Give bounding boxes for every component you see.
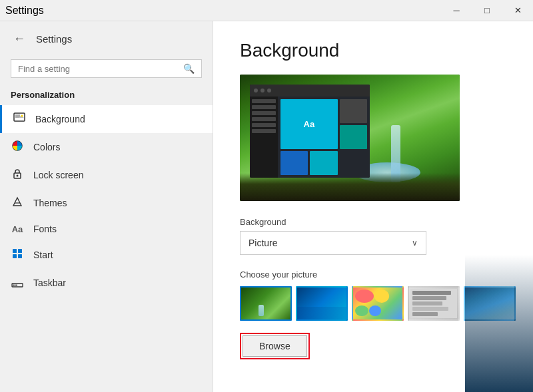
sidebar-app-title: Settings	[36, 33, 72, 45]
background-icon	[13, 112, 26, 126]
search-icon: 🔍	[183, 63, 195, 74]
picture-thumb-1[interactable]	[240, 286, 292, 321]
sidebar-item-colors[interactable]: Colors	[0, 133, 213, 161]
thumb4-line1	[412, 291, 451, 295]
main-container: ← Settings 🔍 Personalization Background …	[0, 21, 533, 392]
mockup-line-6	[252, 129, 276, 133]
picture-thumb-2[interactable]	[296, 286, 348, 321]
thumb4-line5	[412, 312, 438, 316]
search-box[interactable]: 🔍	[11, 59, 202, 78]
titlebar: Settings ─ □ ✕	[0, 0, 533, 21]
picture-thumb-5[interactable]	[464, 286, 516, 321]
mockup-line-3	[252, 111, 276, 115]
browse-button[interactable]: Browse	[243, 335, 307, 357]
svg-rect-11	[18, 254, 22, 258]
sidebar-nav-top: ← Settings	[0, 21, 213, 57]
mockup-dot-3	[267, 89, 271, 93]
start-icon	[11, 248, 24, 262]
taskbar-icon	[11, 276, 24, 290]
thumb5-bottom	[465, 286, 516, 321]
thumb3-circle2	[374, 290, 389, 303]
svg-rect-14	[15, 285, 17, 286]
mockup-line-5	[252, 123, 276, 127]
thumb3-circle1	[355, 290, 374, 303]
mockup-tile-blue2	[280, 151, 308, 175]
mockup-body: Aa	[250, 97, 370, 178]
sidebar-item-themes-label: Themes	[33, 198, 67, 208]
mockup-tiles: Aa	[278, 97, 370, 178]
sidebar: ← Settings 🔍 Personalization Background …	[0, 21, 213, 392]
windows-preview-mockup: Aa	[250, 85, 370, 178]
maximize-button[interactable]: □	[472, 0, 502, 21]
picture-grid	[240, 286, 506, 321]
mockup-line-1	[252, 99, 276, 103]
mockup-dot-1	[254, 89, 258, 93]
thumb1-bg	[241, 288, 290, 319]
mockup-sidebar	[250, 97, 278, 178]
fonts-icon: Aa	[11, 224, 24, 234]
svg-point-6	[17, 175, 19, 177]
colors-icon	[11, 140, 24, 154]
sidebar-item-lock-screen-label: Lock screen	[33, 170, 83, 180]
picture-thumb-4[interactable]	[408, 286, 460, 321]
svg-point-3	[21, 115, 23, 117]
sidebar-item-start-label: Start	[33, 250, 53, 260]
section-label: Personalization	[0, 86, 213, 105]
browse-button-wrapper: Browse	[240, 333, 310, 359]
mockup-tile-dark	[340, 99, 367, 123]
dropdown-arrow-icon: ∨	[412, 238, 418, 248]
thumb1-waterfall	[259, 305, 264, 316]
themes-icon	[11, 196, 24, 210]
page-title: Background	[240, 40, 506, 61]
close-button[interactable]: ✕	[502, 0, 533, 21]
mockup-tile-large: Aa	[280, 99, 338, 149]
dropdown-value: Picture	[249, 238, 278, 248]
thumb3-pattern	[353, 288, 402, 319]
svg-rect-10	[13, 254, 17, 258]
sidebar-item-background-label: Background	[35, 114, 85, 124]
preview-area: Aa	[240, 75, 460, 201]
mockup-line-4	[252, 117, 276, 121]
svg-rect-8	[13, 249, 17, 253]
thumb4-text	[410, 289, 457, 318]
sidebar-item-themes[interactable]: Themes	[0, 189, 213, 217]
minimize-button[interactable]: ─	[441, 0, 472, 21]
mockup-dot-2	[261, 89, 265, 93]
sidebar-item-lock-screen[interactable]: Lock screen	[0, 161, 213, 189]
thumb5-bg	[465, 288, 514, 319]
back-button[interactable]: ←	[11, 29, 28, 49]
titlebar-title: Settings	[5, 5, 44, 17]
thumb4-line4	[412, 307, 448, 311]
background-dropdown[interactable]: Picture ∨	[240, 231, 426, 255]
sidebar-item-start[interactable]: Start	[0, 241, 213, 269]
sidebar-item-background[interactable]: Background	[0, 105, 213, 133]
sidebar-item-fonts[interactable]: Aa Fonts	[0, 217, 213, 241]
thumb2-base	[297, 307, 346, 319]
titlebar-left: Settings	[5, 5, 44, 17]
mockup-tile-cyan	[310, 151, 337, 175]
thumb4-line2	[412, 296, 446, 300]
thumb3-circle3	[355, 305, 368, 316]
sidebar-item-taskbar[interactable]: Taskbar	[0, 269, 213, 297]
search-input[interactable]	[18, 64, 179, 74]
content-area: Background	[213, 21, 533, 392]
mockup-tile-teal	[340, 125, 367, 149]
titlebar-controls: ─ □ ✕	[441, 0, 533, 21]
thumb3-circle4	[369, 305, 381, 316]
background-field-label: Background	[240, 217, 506, 227]
svg-rect-9	[18, 249, 22, 253]
sidebar-item-taskbar-label: Taskbar	[33, 278, 66, 288]
picture-thumb-3[interactable]	[352, 286, 404, 321]
sidebar-item-fonts-label: Fonts	[33, 224, 57, 234]
svg-rect-13	[13, 285, 15, 286]
mockup-titlebar	[250, 85, 370, 97]
lock-screen-icon	[11, 168, 24, 182]
thumb4-line3	[412, 301, 442, 305]
sidebar-item-colors-label: Colors	[33, 142, 60, 152]
mockup-line-2	[252, 105, 276, 109]
